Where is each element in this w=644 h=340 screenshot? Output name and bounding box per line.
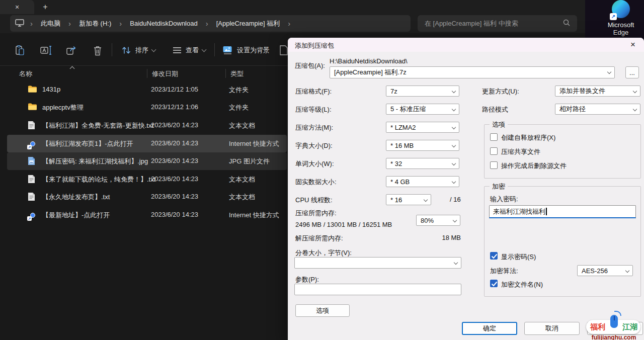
- text-file-icon: [28, 175, 37, 184]
- encryption-method-combobox[interactable]: AES-256: [577, 265, 633, 276]
- file-date: 2023/6/20 14:23: [151, 211, 198, 218]
- dialog-close-icon[interactable]: ×: [626, 39, 640, 50]
- edge-shortcut-label: Microsoft Edge: [602, 21, 640, 36]
- rename-button[interactable]: [40, 43, 52, 57]
- word-size-combobox[interactable]: * 32: [386, 158, 459, 169]
- ok-button[interactable]: 确定: [462, 322, 517, 335]
- archive-path: H:\BaiduNetdiskDownload\: [330, 57, 408, 65]
- level-value: 5 - 标准压缩: [390, 105, 426, 114]
- file-date: 2023/12/12 1:05: [151, 86, 198, 93]
- show-password-checkbox[interactable]: [490, 252, 498, 260]
- password-input[interactable]: 来福利江湖找福利: [489, 205, 636, 218]
- cpu-threads-combobox[interactable]: * 16: [386, 194, 431, 205]
- delete-after-checkbox[interactable]: [490, 161, 498, 169]
- search-box[interactable]: 在 [AppleCreampie] 福利 中搜索: [418, 15, 577, 32]
- browse-button[interactable]: ...: [625, 66, 639, 78]
- compress-shared-label: 压缩共享文件: [501, 147, 540, 156]
- this-pc-icon: [15, 19, 24, 28]
- column-header-date[interactable]: 修改日期: [152, 69, 178, 78]
- wallpaper-icon: [222, 45, 233, 55]
- dialog-title: 添加到压缩包: [295, 41, 334, 50]
- more-options-button[interactable]: [280, 43, 288, 57]
- text-caret: [546, 208, 547, 215]
- paste-button[interactable]: [14, 43, 25, 57]
- folder-icon: [28, 103, 37, 112]
- breadcrumb-folder[interactable]: BaiduNetdiskDownload: [128, 19, 199, 28]
- file-type: JPG 图片文件: [229, 157, 270, 166]
- breadcrumb-current-folder[interactable]: [AppleCreampie] 福利: [214, 18, 282, 29]
- breadcrumb-drive[interactable]: 新加卷 (H:): [77, 18, 113, 29]
- path-mode-label: 路径模式: [482, 105, 508, 114]
- new-tab-button[interactable]: +: [39, 1, 51, 13]
- encrypt-names-checkbox[interactable]: [490, 280, 498, 287]
- archive-label: 压缩包(A):: [295, 61, 325, 70]
- solid-size-label: 固实数据大小:: [295, 178, 337, 187]
- explorer-tab[interactable]: ×: [0, 0, 34, 14]
- computer-mouse-icon: [610, 315, 618, 328]
- tab-close-icon[interactable]: ×: [15, 4, 19, 11]
- share-button[interactable]: [66, 43, 77, 57]
- search-icon: [563, 19, 570, 28]
- path-mode-value: 相对路径: [559, 105, 586, 114]
- view-label: 查看: [186, 46, 199, 55]
- view-button[interactable]: 查看: [172, 43, 206, 57]
- file-row[interactable]: 1431p 2023/12/12 1:05 文件夹: [7, 81, 287, 99]
- create-sfx-checkbox[interactable]: [490, 133, 498, 141]
- file-date: 2023/6/20 14:23: [151, 139, 198, 147]
- path-mode-combobox[interactable]: 相对路径: [555, 104, 640, 115]
- fulijianghu-watermark: 福利 江湖 fulijianghu.com: [585, 311, 642, 340]
- memory-percent-combobox[interactable]: 80%: [416, 215, 460, 226]
- archive-name-combobox[interactable]: [AppleCreampie] 福利.7z: [330, 66, 615, 78]
- solid-size-combobox[interactable]: * 4 GB: [386, 176, 459, 187]
- update-mode-label: 更新方式(U):: [482, 87, 519, 96]
- file-type: 文本文档: [229, 193, 255, 202]
- file-date: 2023/12/12 1:06: [151, 103, 198, 111]
- file-date: 2023/6/20 14:23: [151, 157, 198, 164]
- file-name: applecptv整理: [42, 103, 84, 112]
- file-row[interactable]: ↗ 【最新地址】-点此打开 2023/6/20 14:23 Internet 快…: [7, 206, 287, 224]
- volume-size-combobox[interactable]: [294, 257, 461, 269]
- chevron-right-icon: ›: [29, 19, 34, 28]
- column-divider[interactable]: [147, 69, 147, 78]
- breadcrumb-this-pc[interactable]: 此电脑: [39, 18, 62, 29]
- method-combobox[interactable]: * LZMA2: [386, 122, 459, 133]
- create-sfx-label: 创建自释放程序(X): [501, 133, 555, 142]
- address-bar[interactable]: › 此电脑 › 新加卷 (H:) › BaiduNetdiskDownload …: [10, 15, 411, 32]
- level-combobox[interactable]: 5 - 标准压缩: [386, 104, 459, 115]
- set-background-button[interactable]: 设置为背景: [222, 43, 270, 57]
- internet-shortcut-icon: ↗: [28, 139, 37, 148]
- format-label: 压缩格式(F):: [295, 87, 332, 96]
- options-button[interactable]: 选项: [295, 304, 350, 317]
- level-label: 压缩等级(L):: [295, 105, 332, 114]
- file-row[interactable]: 【福利江湖】全免费-无套路-更新快.txt 2023/6/20 14:23 文本…: [7, 117, 287, 134]
- chevron-right-icon: ›: [118, 19, 123, 28]
- compress-shared-checkbox[interactable]: [490, 147, 498, 155]
- text-file-icon: [28, 193, 37, 202]
- parameters-label: 参数(P):: [295, 275, 319, 284]
- file-row[interactable]: 【永久地址发布页】.txt 2023/6/20 14:23 文本文档: [7, 188, 287, 206]
- format-combobox[interactable]: 7z: [386, 86, 459, 97]
- desktop-shortcut-edge[interactable]: ↗ Microsoft Edge: [602, 0, 640, 36]
- toolbar-divider: [112, 43, 112, 56]
- file-row-selected[interactable]: 【解压密码: 来福利江湖找福利】.jpg 2023/6/20 14:23 JPG…: [7, 152, 287, 170]
- file-row[interactable]: 【来了就能下载的论坛，纯免费！】.txt 2023/6/20 14:23 文本文…: [7, 171, 287, 188]
- column-header-type[interactable]: 类型: [230, 69, 244, 78]
- memory-usage-label: 压缩所需内存:: [295, 209, 337, 218]
- file-row-selected[interactable]: ↗ 【福利江湖发布页1】-点此打开 2023/6/20 14:23 Intern…: [7, 135, 287, 152]
- parameters-input[interactable]: [294, 284, 461, 295]
- dictionary-combobox[interactable]: * 16 MB: [386, 140, 459, 151]
- column-header-name[interactable]: 名称: [19, 69, 32, 78]
- delete-button[interactable]: [93, 43, 103, 57]
- add-to-archive-dialog: 添加到压缩包 × 压缩包(A): H:\BaiduNetdiskDownload…: [288, 38, 644, 340]
- column-divider[interactable]: [225, 69, 226, 78]
- chevron-down-icon: [202, 47, 207, 52]
- file-name: 【永久地址发布页】.txt: [42, 193, 110, 202]
- cancel-button[interactable]: 取消: [524, 322, 580, 335]
- cpu-threads-value: * 16: [390, 196, 402, 204]
- update-mode-combobox[interactable]: 添加并替换文件: [555, 86, 640, 97]
- encryption-method-label: 加密算法:: [490, 267, 518, 276]
- sort-button[interactable]: 排序: [121, 43, 155, 57]
- set-background-label: 设置为背景: [237, 46, 270, 55]
- options-group-title: 选项: [490, 120, 508, 129]
- file-row[interactable]: applecptv整理 2023/12/12 1:06 文件夹: [7, 99, 287, 116]
